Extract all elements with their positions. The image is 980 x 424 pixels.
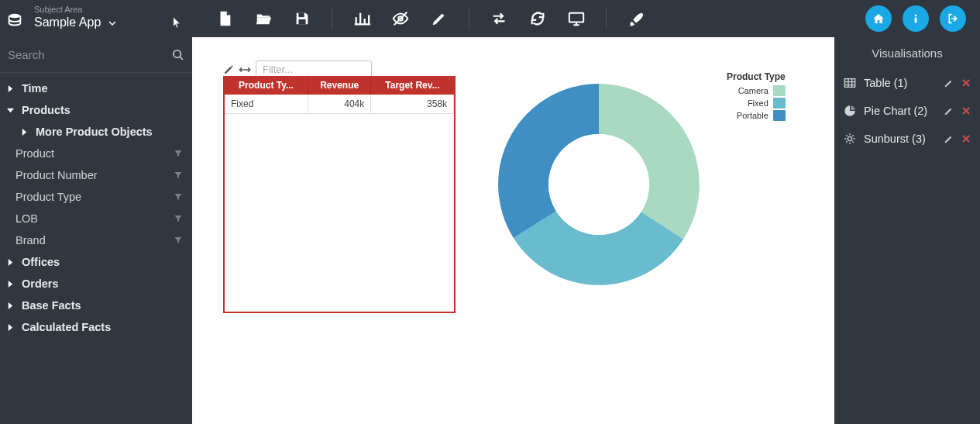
- subject-area-selector[interactable]: Subject Area Sample App: [0, 3, 192, 34]
- table-icon: [844, 78, 856, 88]
- edit-icon[interactable]: [223, 64, 234, 75]
- edit-button[interactable]: [430, 9, 449, 28]
- hide-button[interactable]: [391, 9, 410, 28]
- right-panel: Visualisations Table (1) Pie Chart (2) S…: [834, 37, 980, 424]
- edit-icon[interactable]: [944, 134, 954, 144]
- search-input[interactable]: [8, 43, 172, 66]
- vis-item-table[interactable]: Table (1): [834, 69, 980, 97]
- delete-icon[interactable]: [961, 78, 971, 88]
- table-header[interactable]: Product Ty...: [225, 76, 308, 95]
- chart-button[interactable]: [352, 9, 371, 28]
- table-header[interactable]: Target Rev...: [371, 76, 454, 95]
- legend-swatch: [773, 85, 786, 96]
- chevron-down-icon: [5, 107, 15, 114]
- tree-item-calculated-facts[interactable]: Calculated Facts: [0, 316, 192, 338]
- subject-area-label: Subject Area: [34, 5, 180, 14]
- delete-icon[interactable]: [961, 106, 971, 115]
- vis-item-pie[interactable]: Pie Chart (2): [834, 97, 980, 125]
- legend-title: Product Type: [727, 71, 786, 82]
- brush-button[interactable]: [627, 9, 645, 28]
- info-button[interactable]: [903, 5, 929, 32]
- chevron-right-icon: [19, 128, 29, 136]
- legend-swatch: [773, 110, 786, 121]
- tree-item-time[interactable]: Time: [0, 78, 192, 99]
- database-icon: [6, 12, 23, 29]
- svg-rect-2: [298, 19, 305, 24]
- canvas: Product Ty... Revenue Target Rev... Fixe…: [192, 37, 834, 424]
- tree-leaf-product[interactable]: Product: [0, 143, 192, 164]
- svg-rect-1: [298, 13, 304, 18]
- svg-point-10: [848, 136, 851, 140]
- filter-icon[interactable]: [174, 192, 183, 202]
- home-button[interactable]: [865, 5, 892, 32]
- left-sidebar: Time Products More Product Objects Produ…: [0, 37, 192, 424]
- tree-leaf-product-number[interactable]: Product Number: [0, 164, 192, 186]
- legend-item[interactable]: Portable: [727, 110, 786, 121]
- tree-item-more-product-objects[interactable]: More Product Objects: [0, 121, 192, 143]
- top-toolbar: Subject Area Sample App: [0, 0, 980, 37]
- chart-legend: Product Type Camera Fixed Portable: [727, 71, 786, 122]
- tree-item-base-facts[interactable]: Base Facts: [0, 295, 192, 316]
- legend-item[interactable]: Camera: [727, 85, 786, 96]
- edit-icon[interactable]: [944, 78, 954, 88]
- tree-item-offices[interactable]: Offices: [0, 251, 192, 273]
- tree-leaf-brand[interactable]: Brand: [0, 229, 192, 251]
- pie-chart[interactable]: [490, 76, 707, 293]
- svg-point-0: [9, 14, 21, 19]
- chevron-right-icon: [5, 302, 15, 310]
- delete-icon[interactable]: [961, 134, 971, 143]
- edit-icon[interactable]: [944, 106, 954, 116]
- toolbar-right-actions: [865, 5, 980, 32]
- tree-item-products[interactable]: Products: [0, 99, 192, 121]
- filter-icon[interactable]: [174, 236, 183, 245]
- refresh-button[interactable]: [528, 9, 547, 28]
- monitor-button[interactable]: [567, 9, 586, 28]
- svg-point-7: [174, 50, 181, 57]
- table-header[interactable]: Revenue: [308, 76, 371, 95]
- chevron-right-icon: [5, 323, 15, 332]
- svg-rect-6: [915, 18, 917, 23]
- legend-swatch: [773, 98, 786, 109]
- open-folder-button[interactable]: [254, 9, 273, 28]
- pie-icon: [844, 105, 856, 117]
- table-header-row: Product Ty... Revenue Target Rev...: [225, 76, 454, 95]
- tree-item-orders[interactable]: Orders: [0, 273, 192, 295]
- table-row[interactable]: Fixed 404k 358k: [225, 95, 454, 114]
- legend-item[interactable]: Fixed: [727, 98, 786, 109]
- sunburst-icon: [844, 133, 856, 145]
- tree-leaf-lob[interactable]: LOB: [0, 208, 192, 229]
- svg-point-8: [548, 134, 649, 235]
- save-button[interactable]: [293, 9, 311, 28]
- new-file-button[interactable]: [215, 9, 234, 28]
- svg-rect-4: [569, 13, 583, 22]
- search-icon[interactable]: [172, 49, 184, 61]
- chevron-right-icon: [5, 258, 15, 267]
- filter-icon[interactable]: [174, 171, 183, 180]
- toolbar-actions: [192, 8, 865, 29]
- table-visualization[interactable]: Product Ty... Revenue Target Rev... Fixe…: [223, 76, 456, 313]
- tree-leaf-product-type[interactable]: Product Type: [0, 186, 192, 208]
- resize-icon[interactable]: [239, 65, 251, 74]
- caret-down-icon: [108, 19, 116, 27]
- filter-icon[interactable]: [174, 214, 183, 223]
- filter-icon[interactable]: [174, 149, 183, 158]
- svg-rect-9: [844, 79, 854, 88]
- right-panel-title: Visualisations: [834, 37, 980, 69]
- subject-area-value: Sample App: [34, 16, 101, 29]
- vis-item-sunburst[interactable]: Sunburst (3): [834, 125, 980, 153]
- chevron-right-icon: [5, 84, 15, 93]
- svg-point-5: [915, 15, 917, 17]
- dimension-tree: Time Products More Product Objects Produ…: [0, 73, 192, 346]
- swap-button[interactable]: [490, 9, 508, 28]
- cursor-icon: [172, 16, 183, 29]
- chevron-right-icon: [5, 280, 15, 288]
- logout-button[interactable]: [940, 5, 966, 32]
